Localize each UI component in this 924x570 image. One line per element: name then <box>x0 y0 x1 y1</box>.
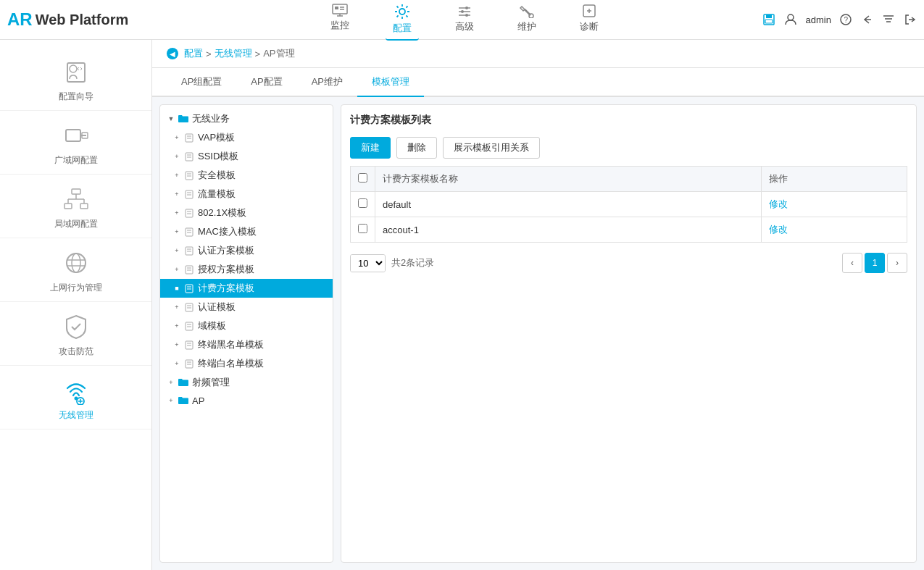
nav-item-monitor[interactable]: 监控 <box>323 0 357 41</box>
logo-title: Web Platform <box>36 12 129 28</box>
th-action: 操作 <box>762 167 907 192</box>
nav-label-diagnose: 诊断 <box>580 20 599 33</box>
nav-item-advanced[interactable]: 高级 <box>448 0 481 41</box>
tree-node-auth-tmpl[interactable]: + 认证模板 <box>160 298 333 317</box>
right-panel: 计费方案模板列表 新建 删除 展示模板引用关系 计费方案模板名称 操作 <box>341 104 917 563</box>
next-page-btn[interactable]: › <box>887 253 907 273</box>
svg-point-41 <box>67 253 86 272</box>
td-checkbox-2 <box>351 217 375 243</box>
svg-rect-31 <box>66 130 80 141</box>
expand-icon-traffic: + <box>172 189 182 199</box>
breadcrumb-ap: AP管理 <box>263 47 294 60</box>
template-icon-blacklist <box>183 339 195 351</box>
tree-node-traffic[interactable]: + 流量模板 <box>160 185 333 204</box>
nav-item-maintain[interactable]: 维护 <box>510 0 544 41</box>
td-action-1: 修改 <box>762 192 907 217</box>
nav-item-config[interactable]: 配置 <box>386 0 419 41</box>
svg-point-42 <box>72 253 80 272</box>
svg-rect-34 <box>72 189 80 194</box>
panel-title: 计费方案模板列表 <box>350 114 907 127</box>
tab-template[interactable]: 模板管理 <box>357 68 424 97</box>
tree-label-security: 安全模板 <box>198 169 236 182</box>
sidebar-item-wan[interactable]: 广域网配置 <box>0 111 151 175</box>
new-button[interactable]: 新建 <box>350 137 391 159</box>
template-icon-auth-scheme <box>183 245 195 256</box>
template-icon-whitelist <box>183 358 195 369</box>
shield-icon <box>62 312 91 341</box>
delete-button[interactable]: 删除 <box>396 137 437 159</box>
sidebar-item-internet[interactable]: 上网行为管理 <box>0 238 151 302</box>
row-checkbox-2[interactable] <box>358 224 367 233</box>
tree-label-blacklist: 终端黑名单模板 <box>198 338 264 351</box>
template-icon-author-scheme <box>183 264 195 275</box>
tree-label-auth-scheme: 认证方案模板 <box>198 244 254 257</box>
tree-node-ap[interactable]: + AP <box>160 392 333 409</box>
template-icon-vap <box>183 132 195 143</box>
nav-item-diagnose[interactable]: 诊断 <box>573 0 606 41</box>
svg-point-10 <box>465 7 468 9</box>
table-header-row: 计费方案模板名称 操作 <box>351 167 907 192</box>
svg-point-6 <box>399 9 405 14</box>
diagnose-icon <box>581 4 597 18</box>
breadcrumb: ◀ 配置 > 无线管理 > AP管理 <box>152 40 924 68</box>
tab-ap-config[interactable]: AP配置 <box>236 68 296 97</box>
logout-icon[interactable] <box>904 13 917 26</box>
template-icon-traffic <box>183 188 195 200</box>
template-icon-security <box>183 169 195 181</box>
td-name-1: default <box>375 192 762 217</box>
tree-node-mac[interactable]: + MAC接入模板 <box>160 222 333 241</box>
breadcrumb-sep2: > <box>255 49 261 59</box>
help-icon[interactable]: ? <box>840 14 852 25</box>
expand-icon-auth-tmpl: + <box>172 302 182 312</box>
tree-node-blacklist[interactable]: + 终端黑名单模板 <box>160 335 333 354</box>
show-ref-button[interactable]: 展示模板引用关系 <box>443 137 540 159</box>
tab-ap-maintain[interactable]: AP维护 <box>297 68 357 97</box>
tab-ap-group[interactable]: AP组配置 <box>167 68 236 97</box>
tree-node-wireless-biz[interactable]: ▼ 无线业务 <box>160 109 333 128</box>
nav-label-config: 配置 <box>393 22 412 35</box>
edit-btn-2[interactable]: 修改 <box>769 223 788 236</box>
sidebar-label-wizard: 配置向导 <box>59 91 93 103</box>
tree-label-billing: 计费方案模板 <box>198 282 254 295</box>
tree-node-billing[interactable]: ■ 计费方案模板 <box>160 279 333 298</box>
tree-node-8021x[interactable]: + 802.1X模板 <box>160 204 333 222</box>
tree-node-rf[interactable]: + 射频管理 <box>160 373 333 392</box>
tree-node-vap[interactable]: + VAP模板 <box>160 128 333 147</box>
sidebar: 配置向导 广域网配置 局域网配置 <box>0 40 152 570</box>
sidebar-item-wizard[interactable]: 配置向导 <box>0 47 151 111</box>
prev-page-btn[interactable]: ‹ <box>842 253 862 273</box>
filter-icon[interactable] <box>882 13 895 26</box>
template-icon-auth-tmpl <box>183 301 195 313</box>
expand-icon-security: + <box>172 170 182 180</box>
td-name-2: accout-1 <box>375 217 762 243</box>
breadcrumb-config[interactable]: 配置 <box>184 47 203 60</box>
tree-node-auth-scheme[interactable]: + 认证方案模板 <box>160 241 333 260</box>
tree-node-author-scheme[interactable]: + 授权方案模板 <box>160 260 333 279</box>
page-btn-1[interactable]: 1 <box>865 253 885 273</box>
tree-label-rf: 射频管理 <box>192 376 230 389</box>
expand-icon-billing: ■ <box>172 283 182 293</box>
sidebar-label-lan: 局域网配置 <box>54 218 98 230</box>
svg-point-21 <box>788 14 794 20</box>
main-layout: 配置向导 广域网配置 局域网配置 <box>0 40 924 570</box>
page-size-dropdown[interactable]: 10 20 50 <box>351 255 385 272</box>
tree-node-security[interactable]: + 安全模板 <box>160 166 333 185</box>
expand-icon-mac: + <box>172 227 182 237</box>
advanced-icon <box>457 4 473 18</box>
logo-area: AR Web Platform <box>7 9 167 30</box>
tree-node-whitelist[interactable]: + 终端白名单模板 <box>160 354 333 373</box>
sidebar-item-lan[interactable]: 局域网配置 <box>0 175 151 238</box>
select-all-checkbox[interactable] <box>358 173 367 183</box>
edit-btn-1[interactable]: 修改 <box>769 198 788 211</box>
row-checkbox-1[interactable] <box>358 198 367 208</box>
breadcrumb-wireless[interactable]: 无线管理 <box>215 47 252 60</box>
monitor-icon <box>332 4 348 17</box>
user-icon[interactable] <box>784 13 797 26</box>
save-icon[interactable] <box>762 13 775 26</box>
tree-node-domain[interactable]: + 域模板 <box>160 317 333 335</box>
page-size-select[interactable]: 10 20 50 <box>350 254 386 272</box>
back-icon[interactable] <box>860 13 873 26</box>
tree-node-ssid[interactable]: + SSID模板 <box>160 147 333 166</box>
sidebar-item-wifi[interactable]: 无线管理 <box>0 366 151 429</box>
sidebar-item-shield[interactable]: 攻击防范 <box>0 302 151 366</box>
